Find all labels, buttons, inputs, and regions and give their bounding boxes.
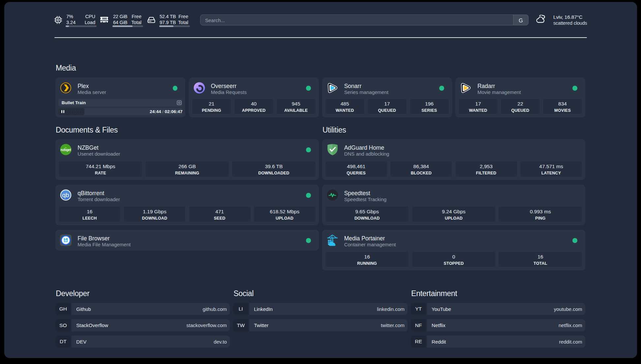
svg-text:nzbget: nzbget bbox=[61, 148, 72, 152]
svg-text:qb: qb bbox=[62, 192, 69, 198]
